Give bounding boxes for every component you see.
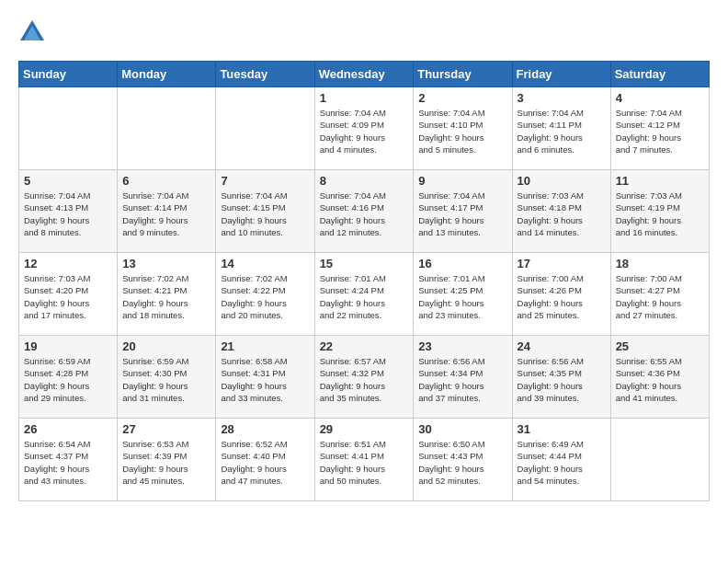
week-row-5: 26Sunrise: 6:54 AM Sunset: 4:37 PM Dayli… bbox=[19, 419, 710, 501]
day-number: 19 bbox=[24, 339, 112, 353]
day-info: Sunrise: 7:03 AM Sunset: 4:18 PM Dayligh… bbox=[518, 190, 606, 238]
day-info: Sunrise: 6:52 AM Sunset: 4:40 PM Dayligh… bbox=[221, 438, 309, 487]
day-number: 12 bbox=[24, 257, 112, 270]
day-info: Sunrise: 7:04 AM Sunset: 4:12 PM Dayligh… bbox=[616, 107, 704, 155]
weekday-header-tuesday: Tuesday bbox=[216, 62, 314, 87]
day-number: 27 bbox=[122, 422, 210, 436]
calendar-cell: 9Sunrise: 7:04 AM Sunset: 4:17 PM Daylig… bbox=[414, 170, 512, 253]
day-number: 22 bbox=[320, 339, 409, 353]
weekday-header-thursday: Thursday bbox=[414, 62, 512, 87]
day-info: Sunrise: 7:04 AM Sunset: 4:13 PM Dayligh… bbox=[24, 190, 112, 238]
calendar-cell: 11Sunrise: 7:03 AM Sunset: 4:19 PM Dayli… bbox=[610, 170, 709, 253]
calendar-cell: 14Sunrise: 7:02 AM Sunset: 4:22 PM Dayli… bbox=[216, 253, 314, 336]
calendar-cell: 17Sunrise: 7:00 AM Sunset: 4:26 PM Dayli… bbox=[512, 253, 610, 336]
day-number: 10 bbox=[518, 174, 606, 188]
calendar-cell: 2Sunrise: 7:04 AM Sunset: 4:10 PM Daylig… bbox=[414, 87, 512, 170]
day-number: 7 bbox=[221, 174, 309, 188]
day-number: 26 bbox=[24, 422, 112, 436]
calendar-cell: 29Sunrise: 6:51 AM Sunset: 4:41 PM Dayli… bbox=[314, 419, 414, 501]
day-info: Sunrise: 7:04 AM Sunset: 4:09 PM Dayligh… bbox=[320, 107, 409, 155]
week-row-3: 12Sunrise: 7:03 AM Sunset: 4:20 PM Dayli… bbox=[19, 253, 710, 336]
day-info: Sunrise: 6:50 AM Sunset: 4:43 PM Dayligh… bbox=[418, 438, 506, 487]
calendar-cell: 3Sunrise: 7:04 AM Sunset: 4:11 PM Daylig… bbox=[512, 87, 610, 170]
day-number: 31 bbox=[518, 422, 606, 436]
calendar-cell: 4Sunrise: 7:04 AM Sunset: 4:12 PM Daylig… bbox=[610, 87, 709, 170]
logo bbox=[18, 18, 50, 46]
day-info: Sunrise: 7:03 AM Sunset: 4:19 PM Dayligh… bbox=[616, 190, 704, 238]
day-info: Sunrise: 7:02 AM Sunset: 4:21 PM Dayligh… bbox=[122, 272, 210, 321]
day-number: 29 bbox=[320, 422, 409, 436]
weekday-header-wednesday: Wednesday bbox=[314, 62, 414, 87]
day-number: 9 bbox=[418, 174, 506, 188]
calendar-cell: 7Sunrise: 7:04 AM Sunset: 4:15 PM Daylig… bbox=[216, 170, 314, 253]
week-row-4: 19Sunrise: 6:59 AM Sunset: 4:28 PM Dayli… bbox=[19, 336, 710, 419]
calendar-cell: 24Sunrise: 6:56 AM Sunset: 4:35 PM Dayli… bbox=[512, 336, 610, 419]
day-number: 15 bbox=[320, 257, 409, 270]
day-number: 16 bbox=[418, 257, 506, 270]
day-number: 6 bbox=[122, 174, 210, 188]
day-info: Sunrise: 6:53 AM Sunset: 4:39 PM Dayligh… bbox=[122, 438, 210, 487]
calendar-cell: 10Sunrise: 7:03 AM Sunset: 4:18 PM Dayli… bbox=[512, 170, 610, 253]
calendar-cell: 8Sunrise: 7:04 AM Sunset: 4:16 PM Daylig… bbox=[314, 170, 414, 253]
day-info: Sunrise: 6:59 AM Sunset: 4:28 PM Dayligh… bbox=[24, 355, 112, 404]
day-info: Sunrise: 6:49 AM Sunset: 4:44 PM Dayligh… bbox=[518, 438, 606, 487]
calendar-cell bbox=[610, 419, 709, 501]
calendar-cell: 18Sunrise: 7:00 AM Sunset: 4:27 PM Dayli… bbox=[610, 253, 709, 336]
day-number: 25 bbox=[616, 339, 704, 353]
week-row-1: 1Sunrise: 7:04 AM Sunset: 4:09 PM Daylig… bbox=[19, 87, 710, 170]
calendar-cell: 19Sunrise: 6:59 AM Sunset: 4:28 PM Dayli… bbox=[19, 336, 118, 419]
calendar-cell bbox=[216, 87, 314, 170]
day-info: Sunrise: 7:04 AM Sunset: 4:14 PM Dayligh… bbox=[122, 190, 210, 238]
calendar-cell: 13Sunrise: 7:02 AM Sunset: 4:21 PM Dayli… bbox=[118, 253, 216, 336]
day-number: 24 bbox=[518, 339, 606, 353]
calendar-cell: 25Sunrise: 6:55 AM Sunset: 4:36 PM Dayli… bbox=[610, 336, 709, 419]
weekday-header-monday: Monday bbox=[118, 62, 216, 87]
calendar-body: 1Sunrise: 7:04 AM Sunset: 4:09 PM Daylig… bbox=[19, 87, 710, 501]
weekday-header-saturday: Saturday bbox=[610, 62, 709, 87]
calendar-cell: 16Sunrise: 7:01 AM Sunset: 4:25 PM Dayli… bbox=[414, 253, 512, 336]
calendar-cell: 31Sunrise: 6:49 AM Sunset: 4:44 PM Dayli… bbox=[512, 419, 610, 501]
weekday-header-friday: Friday bbox=[512, 62, 610, 87]
day-info: Sunrise: 7:04 AM Sunset: 4:16 PM Dayligh… bbox=[320, 190, 409, 238]
day-info: Sunrise: 7:00 AM Sunset: 4:27 PM Dayligh… bbox=[616, 272, 704, 321]
day-info: Sunrise: 6:56 AM Sunset: 4:35 PM Dayligh… bbox=[518, 355, 606, 404]
day-info: Sunrise: 7:03 AM Sunset: 4:20 PM Dayligh… bbox=[24, 272, 112, 321]
calendar-cell: 12Sunrise: 7:03 AM Sunset: 4:20 PM Dayli… bbox=[19, 253, 118, 336]
calendar-cell: 6Sunrise: 7:04 AM Sunset: 4:14 PM Daylig… bbox=[118, 170, 216, 253]
calendar-cell bbox=[118, 87, 216, 170]
page-header bbox=[18, 18, 710, 46]
calendar-cell: 15Sunrise: 7:01 AM Sunset: 4:24 PM Dayli… bbox=[314, 253, 414, 336]
day-number: 17 bbox=[518, 257, 606, 270]
calendar-cell: 28Sunrise: 6:52 AM Sunset: 4:40 PM Dayli… bbox=[216, 419, 314, 501]
calendar-cell: 23Sunrise: 6:56 AM Sunset: 4:34 PM Dayli… bbox=[414, 336, 512, 419]
week-row-2: 5Sunrise: 7:04 AM Sunset: 4:13 PM Daylig… bbox=[19, 170, 710, 253]
day-number: 18 bbox=[616, 257, 704, 270]
calendar-cell: 5Sunrise: 7:04 AM Sunset: 4:13 PM Daylig… bbox=[19, 170, 118, 253]
calendar-cell: 1Sunrise: 7:04 AM Sunset: 4:09 PM Daylig… bbox=[314, 87, 414, 170]
day-number: 30 bbox=[418, 422, 506, 436]
day-number: 8 bbox=[320, 174, 409, 188]
day-number: 5 bbox=[24, 174, 112, 188]
calendar-cell: 22Sunrise: 6:57 AM Sunset: 4:32 PM Dayli… bbox=[314, 336, 414, 419]
calendar-cell: 20Sunrise: 6:59 AM Sunset: 4:30 PM Dayli… bbox=[118, 336, 216, 419]
day-info: Sunrise: 7:01 AM Sunset: 4:24 PM Dayligh… bbox=[320, 272, 409, 321]
day-number: 2 bbox=[418, 91, 506, 105]
day-info: Sunrise: 7:01 AM Sunset: 4:25 PM Dayligh… bbox=[418, 272, 506, 321]
day-number: 1 bbox=[320, 91, 409, 105]
calendar-cell: 21Sunrise: 6:58 AM Sunset: 4:31 PM Dayli… bbox=[216, 336, 314, 419]
calendar-cell bbox=[19, 87, 118, 170]
day-info: Sunrise: 6:55 AM Sunset: 4:36 PM Dayligh… bbox=[616, 355, 704, 404]
calendar-cell: 26Sunrise: 6:54 AM Sunset: 4:37 PM Dayli… bbox=[19, 419, 118, 501]
calendar-cell: 27Sunrise: 6:53 AM Sunset: 4:39 PM Dayli… bbox=[118, 419, 216, 501]
day-info: Sunrise: 6:51 AM Sunset: 4:41 PM Dayligh… bbox=[320, 438, 409, 487]
day-info: Sunrise: 6:59 AM Sunset: 4:30 PM Dayligh… bbox=[122, 355, 210, 404]
day-info: Sunrise: 7:00 AM Sunset: 4:26 PM Dayligh… bbox=[518, 272, 606, 321]
day-number: 21 bbox=[221, 339, 309, 353]
day-info: Sunrise: 7:04 AM Sunset: 4:15 PM Dayligh… bbox=[221, 190, 309, 238]
day-number: 3 bbox=[518, 91, 606, 105]
day-info: Sunrise: 6:58 AM Sunset: 4:31 PM Dayligh… bbox=[221, 355, 309, 404]
weekday-header-sunday: Sunday bbox=[19, 62, 118, 87]
day-info: Sunrise: 6:57 AM Sunset: 4:32 PM Dayligh… bbox=[320, 355, 409, 404]
calendar-cell: 30Sunrise: 6:50 AM Sunset: 4:43 PM Dayli… bbox=[414, 419, 512, 501]
day-number: 23 bbox=[418, 339, 506, 353]
